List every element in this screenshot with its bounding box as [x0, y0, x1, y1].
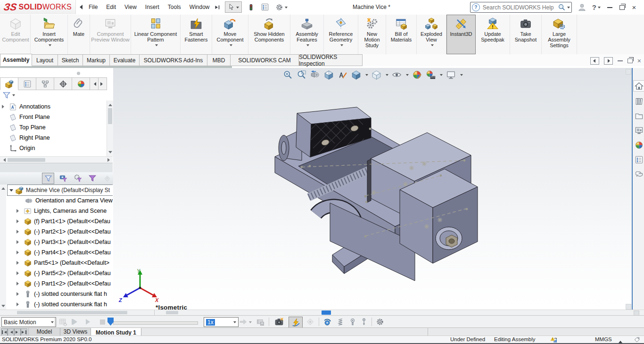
- tab-displaymanager[interactable]: [72, 77, 90, 90]
- tree-item-part1-2[interactable]: (-) Part1<2> (Default<<Defau: [17, 278, 111, 289]
- property-list-icon[interactable]: [261, 3, 269, 11]
- filter-animated-button[interactable]: [42, 173, 54, 184]
- menu-pin-icon[interactable]: [214, 4, 221, 11]
- linear-pattern-caret[interactable]: [155, 44, 158, 48]
- cmd-reference-geometry[interactable]: Reference Geometry: [324, 15, 358, 54]
- motion-study-properties-button[interactable]: [374, 317, 386, 327]
- tab-scroll-last[interactable]: [21, 328, 27, 336]
- move-component-caret[interactable]: [230, 44, 232, 48]
- cmd-smart-fasteners[interactable]: Smart Fasteners: [181, 15, 212, 54]
- tab-dimxpertmanager[interactable]: [54, 77, 72, 90]
- gravity-button[interactable]: [358, 317, 370, 327]
- tag-icon[interactable]: [634, 336, 640, 343]
- hscroll-thumb[interactable]: [8, 158, 45, 162]
- insert-components-caret[interactable]: [49, 44, 51, 48]
- collapse-pane-right-icon[interactable]: [604, 57, 613, 65]
- search-icon[interactable]: [558, 3, 566, 11]
- menu-window[interactable]: Window: [185, 0, 214, 14]
- cmd-linear-component-pattern[interactable]: Linear Component Pattern: [131, 15, 181, 54]
- graphics-area[interactable]: Y X Z *Isometric: [113, 68, 632, 310]
- tree-item-orientation[interactable]: Orientation and Camera View: [25, 195, 113, 206]
- tree-item-part1-1[interactable]: (f) Part1<1> (Default<<Defau: [17, 216, 110, 227]
- interference-traffic-light-icon[interactable]: [248, 3, 255, 12]
- scroll-up-arrow[interactable]: [107, 101, 113, 107]
- tree-item-part3-1[interactable]: (-) Part3<1> (Default<<Defau: [17, 237, 111, 247]
- appearances-scenes-button[interactable]: [634, 140, 644, 150]
- tree-item-screw-1[interactable]: (-) slotted countersunk flat h: [17, 289, 107, 299]
- timeline-key-marker[interactable]: [322, 310, 331, 315]
- search-input[interactable]: [482, 4, 558, 11]
- tree-hscroll-thumb[interactable]: [17, 311, 127, 314]
- options-gear-icon[interactable]: [275, 3, 283, 11]
- select-tool-button[interactable]: [225, 1, 242, 13]
- motor-button[interactable]: [322, 317, 333, 327]
- calculate-button[interactable]: [289, 317, 303, 328]
- user-account-icon[interactable]: [578, 3, 586, 12]
- tab-model[interactable]: Model: [28, 328, 60, 336]
- scroll-down-arrow[interactable]: [107, 150, 113, 156]
- tab-assembly[interactable]: Assembly: [0, 54, 32, 66]
- tree-item-top-plane[interactable]: Top Plane: [9, 122, 46, 133]
- scroll-right-arrow[interactable]: [106, 157, 113, 163]
- design-library-button[interactable]: [634, 96, 644, 106]
- custom-properties-button[interactable]: [634, 154, 644, 165]
- minimize-button[interactable]: [603, 2, 616, 13]
- doc-restore-icon[interactable]: [627, 59, 633, 63]
- exploded-view-caret[interactable]: [431, 44, 434, 48]
- spring-button[interactable]: [335, 317, 346, 327]
- tree-item-lights[interactable]: Lights, Cameras and Scene: [17, 206, 107, 216]
- manager-tabs-scroll-left[interactable]: [90, 77, 99, 90]
- scroll-left-arrow[interactable]: [0, 157, 7, 163]
- tab-featuremanager[interactable]: [0, 77, 18, 90]
- panel-splitter[interactable]: [0, 163, 113, 173]
- cmd-move-component[interactable]: Move Component: [212, 15, 248, 54]
- units-indicator[interactable]: MMGS: [595, 336, 612, 342]
- tree-item-annotations[interactable]: Annotations: [2, 101, 50, 112]
- timeline-hscroll-thumb[interactable]: [166, 311, 178, 314]
- cmd-new-motion-study[interactable]: New Motion Study: [358, 15, 386, 54]
- animation-wizard-button[interactable]: [272, 317, 286, 327]
- contact-button[interactable]: [347, 317, 358, 327]
- tab-mbd[interactable]: MBD: [207, 54, 231, 66]
- tab-3d-views[interactable]: 3D Views: [60, 328, 91, 336]
- close-button[interactable]: ×: [628, 2, 640, 13]
- filter-caret[interactable]: [12, 94, 15, 98]
- cmd-assembly-features[interactable]: Assembly Features: [290, 15, 324, 54]
- tab-sketch[interactable]: Sketch: [58, 54, 83, 66]
- restore-button[interactable]: [616, 2, 628, 13]
- rebuild-status-icon[interactable]: [550, 336, 557, 343]
- view-palette-button[interactable]: [634, 125, 644, 135]
- collapse-pane-left-icon[interactable]: [590, 57, 599, 65]
- tab-solidworks-add-ins[interactable]: SOLIDWORKS Add-Ins: [140, 54, 207, 66]
- cmd-instant3d[interactable]: Instant3D: [446, 15, 476, 54]
- manager-tabs-scroll-right[interactable]: [99, 77, 107, 90]
- viewport-scroll-up[interactable]: [626, 69, 631, 75]
- tab-scroll-first[interactable]: [1, 328, 8, 336]
- tree-item-part2-1[interactable]: (-) Part2<1> (Default<<Defau: [17, 227, 111, 237]
- feature-tree-hscrollbar[interactable]: [0, 156, 113, 163]
- vscroll-thumb[interactable]: [108, 108, 112, 124]
- file-explorer-button[interactable]: [634, 110, 644, 121]
- tree-item-front-plane[interactable]: Front Plane: [9, 112, 50, 122]
- cmd-insert-components[interactable]: Insert Components: [31, 15, 68, 54]
- feature-tree-vscrollbar[interactable]: [107, 101, 113, 156]
- doc-minimize-icon[interactable]: [618, 60, 623, 61]
- viewport-vscrollbar[interactable]: [626, 69, 632, 310]
- tab-propertymanager[interactable]: [18, 77, 36, 90]
- assembly-features-caret[interactable]: [306, 44, 309, 48]
- tab-scroll-next[interactable]: [14, 328, 21, 336]
- units-caret[interactable]: [619, 339, 622, 343]
- menu-file[interactable]: File: [84, 0, 102, 14]
- viewport-scroll-down[interactable]: [626, 304, 631, 310]
- tree-item-right-plane[interactable]: Right Plane: [9, 133, 50, 143]
- reference-geometry-caret[interactable]: [340, 44, 343, 48]
- cmd-bill-of-materials[interactable]: Bill of Materials: [386, 15, 417, 54]
- menu-tools[interactable]: Tools: [164, 0, 185, 14]
- playback-speed-select[interactable]: 1x: [204, 317, 239, 327]
- tree-item-part4-1[interactable]: (-) Part4<1> (Default<<Defau: [17, 247, 111, 258]
- tree-root-machine-vice[interactable]: Machine Vice (Default<Display St: [7, 185, 113, 196]
- tab-scroll-prev[interactable]: [8, 328, 14, 336]
- cmd-take-snapshot[interactable]: Take Snapshot: [510, 15, 542, 54]
- doc-close-icon[interactable]: ×: [637, 57, 641, 65]
- cmd-update-speedpak[interactable]: Update Speedpak: [476, 15, 510, 54]
